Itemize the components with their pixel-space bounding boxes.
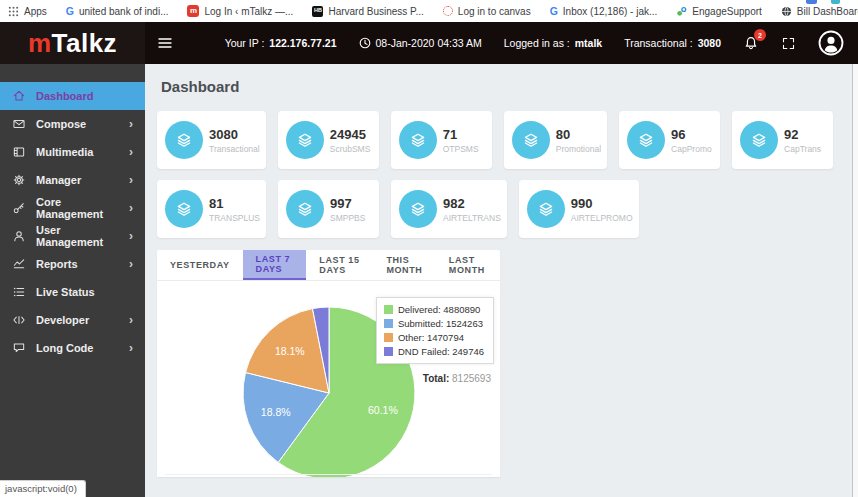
legend-swatch bbox=[384, 347, 393, 356]
bookmarks-bar: Apps G united bank of indi... m Log In ‹… bbox=[0, 0, 858, 22]
layers-icon bbox=[740, 121, 778, 159]
globe-favicon-icon bbox=[781, 6, 792, 17]
layers-icon bbox=[165, 121, 203, 159]
layers-icon bbox=[286, 121, 324, 159]
datetime: 08-Jan-2020 04:33 AM bbox=[359, 37, 482, 49]
logged-in-as: Logged in as :mtalk bbox=[504, 37, 602, 49]
engage-favicon-icon bbox=[676, 6, 687, 17]
scrollbar[interactable] bbox=[852, 64, 858, 497]
layers-icon bbox=[286, 190, 324, 228]
notification-badge: 2 bbox=[754, 29, 766, 41]
gear-icon bbox=[12, 173, 26, 187]
bookmark-item[interactable]: Bill DashBoard bbox=[781, 6, 858, 17]
layers-icon bbox=[399, 190, 437, 228]
clock-icon bbox=[359, 37, 371, 49]
google-favicon-icon: G bbox=[550, 5, 558, 17]
stat-card-scrubsms: 24945ScrubSMS bbox=[278, 111, 379, 169]
pie-chart-area: 60.1%18.8%18.1% Delivered: 4880890 Submi… bbox=[157, 281, 500, 477]
film-icon bbox=[12, 145, 26, 159]
tab-this-month[interactable]: THIS MONTH bbox=[373, 250, 435, 280]
chat-bubble-icon bbox=[12, 341, 26, 355]
legend-item-delivered: Delivered: 4880890 bbox=[384, 304, 484, 315]
person-icon bbox=[12, 229, 26, 243]
chart-legend: Delivered: 4880890 Submitted: 1524263 Ot… bbox=[376, 297, 494, 364]
pie-percent-label: 18.1% bbox=[275, 345, 305, 357]
chevron-right-icon: › bbox=[129, 146, 133, 158]
page-title: Dashboard bbox=[161, 78, 846, 95]
transactional-balance: Transactional :3080 bbox=[624, 37, 721, 49]
envelope-icon bbox=[12, 117, 26, 131]
sidebar-item-core-management[interactable]: Core Management › bbox=[0, 194, 145, 222]
layers-icon bbox=[165, 190, 203, 228]
sidebar-item-dashboard[interactable]: Dashboard bbox=[0, 82, 145, 110]
stat-card-airtelpromo: 990AIRTELPROMO bbox=[519, 180, 639, 238]
bookmark-item[interactable]: HB Harvard Business P... bbox=[312, 6, 423, 17]
chevron-right-icon: › bbox=[129, 202, 133, 214]
stat-card-promotional: 80Promotional bbox=[504, 111, 607, 169]
your-ip: Your IP :122.176.77.21 bbox=[225, 37, 337, 49]
logo[interactable]: mTalkz bbox=[0, 22, 145, 64]
code-icon bbox=[12, 313, 26, 327]
tab-last-15-days[interactable]: LAST 15 DAYS bbox=[306, 250, 373, 280]
user-menu-button[interactable] bbox=[818, 30, 844, 56]
sidebar-item-reports[interactable]: Reports › bbox=[0, 250, 145, 278]
key-icon bbox=[12, 201, 26, 215]
legend-item-dnd-failed: DND Failed: 249746 bbox=[384, 346, 484, 357]
tab-last-7-days[interactable]: LAST 7 DAYS bbox=[243, 250, 307, 280]
chevron-right-icon: › bbox=[129, 342, 133, 354]
stat-cards-row-2: 81TRANSPLUS 997SMPPBS 982AIRTELTRANS 990… bbox=[157, 180, 846, 238]
sidebar-item-user-management[interactable]: User Management › bbox=[0, 222, 145, 250]
stat-card-transactional: 3080Transactional bbox=[157, 111, 266, 169]
bookmark-item[interactable]: m Log In ‹ mTalkz —... bbox=[187, 5, 293, 17]
layers-icon bbox=[627, 121, 665, 159]
bookmark-item[interactable]: G Inbox (12,186) - jak... bbox=[550, 5, 658, 17]
home-icon bbox=[12, 89, 26, 103]
sidebar-item-compose[interactable]: Compose › bbox=[0, 110, 145, 138]
chevron-right-icon: › bbox=[129, 118, 133, 130]
sidebar-toggle-icon[interactable] bbox=[157, 36, 173, 50]
legend-swatch bbox=[384, 305, 393, 314]
sidebar-item-developer[interactable]: Developer › bbox=[0, 306, 145, 334]
pie-percent-label: 60.1% bbox=[368, 404, 398, 416]
legend-item-submitted: Submitted: 1524263 bbox=[384, 318, 484, 329]
layers-icon bbox=[527, 190, 565, 228]
google-favicon-icon: G bbox=[66, 5, 74, 17]
legend-swatch bbox=[384, 319, 393, 328]
stat-card-transplus: 81TRANSPLUS bbox=[157, 180, 266, 238]
sidebar-item-manager[interactable]: Manager › bbox=[0, 166, 145, 194]
notifications-button[interactable]: 2 bbox=[743, 35, 759, 51]
fullscreen-icon bbox=[781, 36, 796, 51]
tab-yesterday[interactable]: YESTERDAY bbox=[157, 250, 243, 280]
panel-divider bbox=[165, 474, 492, 475]
bookmark-item[interactable]: Log in to canvas bbox=[443, 6, 531, 17]
sidebar-item-long-code[interactable]: Long Code › bbox=[0, 334, 145, 362]
extension-icon bbox=[806, 0, 817, 4]
sidebar-item-multimedia[interactable]: Multimedia › bbox=[0, 138, 145, 166]
layers-icon bbox=[399, 121, 437, 159]
chart-total: Total: 8125693 bbox=[423, 373, 494, 384]
chevron-right-icon: › bbox=[129, 174, 133, 186]
chevron-right-icon: › bbox=[129, 314, 133, 326]
fullscreen-button[interactable] bbox=[781, 36, 796, 51]
chevron-right-icon: › bbox=[129, 230, 133, 242]
apps-shortcut[interactable]: Apps bbox=[8, 6, 47, 17]
apps-label: Apps bbox=[24, 6, 47, 17]
stat-card-otpsms: 71OTPSMS bbox=[391, 111, 492, 169]
browser-status-bar: javascript:void(0) bbox=[0, 480, 86, 497]
bookmark-item[interactable]: G united bank of indi... bbox=[66, 5, 169, 17]
hbr-favicon-icon: HB bbox=[312, 6, 323, 17]
main-content: Dashboard 3080Transactional 24945ScrubSM… bbox=[145, 64, 858, 497]
line-chart-icon bbox=[12, 257, 26, 271]
sidebar-item-live-status[interactable]: Live Status bbox=[0, 278, 145, 306]
bookmark-item[interactable]: EngageSupport bbox=[676, 6, 762, 17]
sidebar: Dashboard Compose › Multimedia › bbox=[0, 64, 145, 497]
report-panel: YESTERDAY LAST 7 DAYS LAST 15 DAYS THIS … bbox=[157, 250, 500, 477]
browser-window: Apps G united bank of indi... m Log In ‹… bbox=[0, 0, 858, 497]
canvas-favicon-icon bbox=[443, 6, 453, 16]
date-range-tabs: YESTERDAY LAST 7 DAYS LAST 15 DAYS THIS … bbox=[157, 250, 500, 281]
chevron-right-icon: › bbox=[129, 258, 133, 270]
legend-item-other: Other: 1470794 bbox=[384, 332, 484, 343]
tab-last-month[interactable]: LAST MONTH bbox=[436, 250, 500, 280]
pie-percent-label: 18.8% bbox=[261, 406, 291, 418]
app-header: mTalkz Your IP :122.176.77.21 08-Jan-202… bbox=[0, 22, 858, 64]
